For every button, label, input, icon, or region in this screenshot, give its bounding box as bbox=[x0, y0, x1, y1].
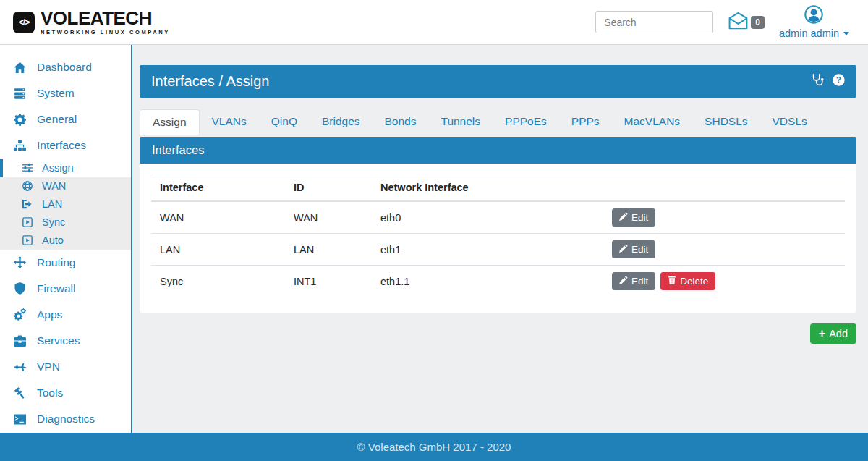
globe-icon bbox=[22, 181, 33, 191]
mail-button[interactable]: 0 bbox=[728, 12, 765, 33]
sidebar-item-services[interactable]: Services bbox=[0, 328, 131, 354]
stethoscope-icon[interactable] bbox=[812, 73, 825, 90]
search-input[interactable] bbox=[595, 11, 713, 33]
table-row: LANLANeth1Edit bbox=[151, 234, 845, 266]
pencil-icon bbox=[619, 276, 628, 287]
tab-qinq[interactable]: QinQ bbox=[259, 109, 310, 135]
brand-name: VOLEATECH bbox=[41, 9, 170, 28]
cell-interface: LAN bbox=[151, 234, 285, 266]
tab-pppoes[interactable]: PPPoEs bbox=[493, 109, 559, 135]
sidebar-subitem-label: Sync bbox=[42, 216, 65, 228]
delete-button-label: Delete bbox=[680, 276, 708, 287]
tab-bridges[interactable]: Bridges bbox=[310, 109, 373, 135]
sidebar-item-system[interactable]: System bbox=[0, 80, 131, 106]
sidebar-item-vpn[interactable]: VPN bbox=[0, 354, 131, 380]
sidebar-item-apps[interactable]: Apps bbox=[0, 302, 131, 328]
cell-network-interface: eth1.1 bbox=[372, 266, 603, 297]
sidebar-subitem-assign[interactable]: Assign bbox=[0, 159, 131, 177]
sidebar-item-firewall[interactable]: Firewall bbox=[0, 276, 131, 302]
shield-icon bbox=[13, 282, 27, 295]
sidebar-item-dashboard[interactable]: Dashboard bbox=[0, 54, 131, 80]
brand-tagline: NETWORKING LINUX COMPANY bbox=[41, 29, 170, 35]
cell-network-interface: eth1 bbox=[372, 234, 603, 266]
interfaces-panel: Interfaces Interface ID Network Interfac… bbox=[140, 137, 856, 313]
user-menu[interactable]: admin admin bbox=[779, 5, 849, 39]
cell-id: INT1 bbox=[285, 266, 372, 297]
caret-square-icon bbox=[22, 217, 33, 227]
cell-id: LAN bbox=[285, 234, 372, 266]
sidebar-item-label: Diagnostics bbox=[37, 412, 95, 426]
sidebar-item-label: Firewall bbox=[37, 282, 75, 296]
sidebar-item-label: Dashboard bbox=[37, 60, 92, 75]
cell-interface: Sync bbox=[151, 266, 285, 297]
user-name-label: admin admin bbox=[779, 28, 839, 39]
copyright-text: © Voleatech GmbH 2017 - 2020 bbox=[357, 441, 511, 453]
sidebar-subitem-label: LAN bbox=[42, 198, 62, 210]
page-header: Interfaces / Assign ? bbox=[140, 65, 856, 98]
cell-actions: Edit bbox=[603, 234, 845, 266]
sidebar-item-label: System bbox=[37, 86, 75, 101]
add-button[interactable]: + Add bbox=[810, 323, 856, 344]
sidebar-item-interfaces[interactable]: Interfaces bbox=[0, 132, 131, 158]
briefcase-icon bbox=[13, 335, 27, 347]
trash-icon bbox=[668, 276, 676, 287]
tab-vlans[interactable]: VLANs bbox=[200, 109, 259, 135]
main-content: Interfaces / Assign ? AssignVLANsQinQBri… bbox=[134, 45, 868, 461]
tab-shdsls[interactable]: SHDSLs bbox=[692, 109, 760, 135]
tab-assign[interactable]: Assign bbox=[140, 109, 200, 135]
help-icon[interactable]: ? bbox=[833, 73, 845, 90]
cogs-icon bbox=[13, 308, 27, 321]
sidebar-item-label: General bbox=[37, 112, 77, 127]
jet-icon bbox=[13, 361, 27, 373]
tab-tunnels[interactable]: Tunnels bbox=[428, 109, 493, 135]
tab-bonds[interactable]: Bonds bbox=[373, 109, 429, 135]
sidebar-item-label: Interfaces bbox=[37, 138, 86, 153]
add-button-label: Add bbox=[829, 328, 848, 339]
page-footer: © Voleatech GmbH 2017 - 2020 bbox=[0, 433, 868, 461]
interfaces-table: Interface ID Network Interface WANWANeth… bbox=[151, 174, 845, 297]
code-icon: </> bbox=[13, 12, 35, 33]
panel-title: Interfaces bbox=[140, 137, 856, 164]
tab-vdsls[interactable]: VDSLs bbox=[760, 109, 820, 135]
home-icon bbox=[13, 62, 27, 74]
sidebar-subitem-sync[interactable]: Sync bbox=[0, 213, 131, 232]
sidebar-subitem-auto[interactable]: Auto bbox=[0, 232, 131, 250]
svg-text:?: ? bbox=[836, 75, 841, 84]
sidebar-item-label: Apps bbox=[37, 308, 62, 322]
edit-button-label: Edit bbox=[631, 244, 648, 255]
arrows-icon bbox=[13, 256, 27, 268]
cell-actions: EditDelete bbox=[603, 266, 845, 297]
tab-macvlans[interactable]: MacVLANs bbox=[612, 109, 693, 135]
edit-button[interactable]: Edit bbox=[612, 272, 655, 290]
sidebar-item-label: Services bbox=[37, 334, 80, 348]
sidebar-item-label: Routing bbox=[37, 255, 75, 270]
pencil-icon bbox=[619, 212, 628, 223]
gavel-icon bbox=[13, 387, 27, 399]
brand-logo: </> VOLEATECH NETWORKING LINUX COMPANY bbox=[13, 9, 170, 35]
caret-square-icon bbox=[22, 235, 33, 245]
table-row: SyncINT1eth1.1EditDelete bbox=[151, 266, 845, 297]
column-header-id: ID bbox=[285, 174, 372, 202]
sidebar-subitem-label: Assign bbox=[42, 162, 74, 174]
edit-button[interactable]: Edit bbox=[612, 208, 655, 227]
edit-button[interactable]: Edit bbox=[612, 240, 655, 258]
sidebar-subitem-wan[interactable]: WAN bbox=[0, 177, 131, 195]
sidebar-item-routing[interactable]: Routing bbox=[0, 250, 131, 276]
chevron-down-icon bbox=[843, 32, 849, 35]
sidebar-item-general[interactable]: General bbox=[0, 106, 131, 132]
sidebar-item-diagnostics[interactable]: Diagnostics bbox=[0, 406, 131, 432]
sidebar-subitem-label: Auto bbox=[42, 234, 64, 246]
delete-button[interactable]: Delete bbox=[660, 272, 715, 290]
column-header-actions bbox=[603, 174, 845, 202]
gear-icon bbox=[13, 114, 27, 126]
sidebar-item-tools[interactable]: Tools bbox=[0, 380, 131, 406]
cell-network-interface: eth0 bbox=[372, 201, 603, 234]
tab-ppps[interactable]: PPPs bbox=[559, 109, 612, 135]
sidebar-item-label: Tools bbox=[37, 386, 63, 400]
top-bar: </> VOLEATECH NETWORKING LINUX COMPANY 0 bbox=[0, 0, 868, 45]
sidebar-subitem-lan[interactable]: LAN bbox=[0, 195, 131, 213]
sliders-icon bbox=[22, 163, 33, 173]
envelope-icon bbox=[728, 12, 749, 33]
table-row: WANWANeth0Edit bbox=[151, 201, 845, 234]
tab-bar: AssignVLANsQinQBridgesBondsTunnelsPPPoEs… bbox=[140, 109, 856, 135]
